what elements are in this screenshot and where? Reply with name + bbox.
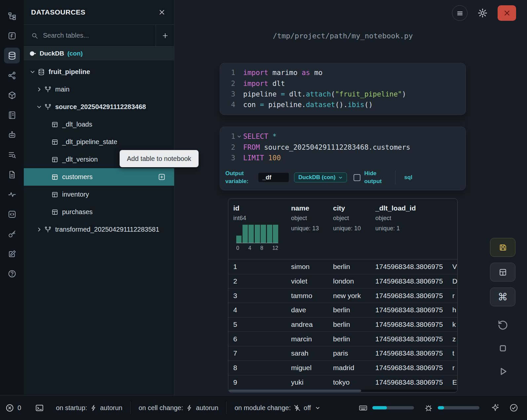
sql-code: 1SELECT *2FROM source_202504291112283468… (223, 131, 466, 163)
column-header-id: id int64 04812 (228, 199, 286, 259)
run-button[interactable] (494, 362, 512, 381)
on-startup-setting[interactable]: on startup: autorun (56, 404, 122, 412)
code-line: 4con = pipeline.dataset().ibis() (223, 99, 466, 110)
bolt-off-icon (294, 404, 301, 411)
table-row[interactable]: 4daveberlin1745968348.3806975h (228, 303, 457, 317)
undo-icon (497, 320, 508, 331)
table-row[interactable]: 2violetlondon1745968348.3806975D (228, 274, 457, 288)
table-row[interactable]: 6marcinberlin1745968348.3806975z (228, 331, 457, 346)
table-icon (51, 191, 58, 198)
table-icon (51, 138, 58, 146)
result-table-body: 1simonberlin1745968348.3806975V2violetlo… (228, 259, 457, 389)
hide-output-checkbox[interactable] (354, 174, 360, 181)
table-row[interactable]: 8miguelmadrid1745968348.3806975r (228, 361, 457, 375)
packages-icon[interactable] (4, 87, 20, 103)
layout-button[interactable] (490, 263, 515, 282)
error-circle-icon (5, 403, 14, 412)
output-variable-input[interactable]: _df (258, 173, 289, 182)
close-panel-button[interactable] (158, 9, 166, 16)
tree-item-inventory[interactable]: inventory (24, 186, 174, 203)
tree-item-dlt-loads[interactable]: _dlt_loads (24, 116, 174, 133)
scratchpad-icon[interactable] (4, 246, 20, 262)
divider (226, 401, 227, 414)
schema-icon (44, 103, 52, 111)
chevron-down-icon (338, 175, 343, 180)
connection-header[interactable]: DuckDB (con) (24, 47, 174, 60)
tree-item-purchases[interactable]: purchases (24, 203, 174, 221)
column-header-name: name object unique: 13 (286, 199, 328, 259)
logs-icon[interactable] (4, 147, 20, 163)
help-icon[interactable] (4, 266, 20, 282)
code-cell-python[interactable]: 1import marimo as mo2import dlt3pipeline… (220, 63, 466, 115)
code-line: 2FROM source_202504291112283468.customer… (223, 142, 466, 152)
tree-item-main[interactable]: main (24, 81, 174, 98)
on-cell-change-setting[interactable]: on cell change: autorun (138, 404, 218, 412)
notebook-icon[interactable] (4, 107, 20, 123)
assistant-icon[interactable] (4, 127, 20, 143)
table-row[interactable]: 3tammonew york1745968348.3806975r (228, 288, 457, 303)
connected-status-button[interactable] (509, 403, 518, 412)
file-tree-icon[interactable] (4, 8, 20, 24)
table-icon (51, 121, 58, 128)
check-circle-icon (509, 403, 518, 412)
terminal-icon (35, 403, 44, 412)
table-row[interactable]: 9yukitokyo1745968348.3806975E (228, 375, 457, 390)
sql-output-bar: Output variable: _df DuckDB (con) Hide o… (220, 168, 466, 190)
add-datasource-button[interactable] (156, 25, 174, 47)
add-table-to-notebook-button[interactable] (158, 173, 166, 181)
functions-icon[interactable] (4, 28, 20, 44)
code-line: 3LIMIT 100 (223, 153, 466, 163)
menu-button[interactable] (452, 5, 468, 21)
bug-icon (424, 403, 433, 412)
layout-icon (499, 268, 507, 277)
save-icon (499, 243, 507, 252)
engine-select[interactable]: DuckDB (con) (294, 172, 347, 182)
format-button[interactable] (491, 403, 500, 412)
column-header-city: city object unique: 10 (328, 199, 370, 259)
stop-button[interactable] (494, 339, 512, 358)
table-row[interactable]: 1simonberlin1745968348.3806975V (228, 259, 457, 274)
keyboard-slider[interactable] (372, 406, 414, 409)
code-line: 1SELECT * (223, 131, 466, 142)
hide-output-label: Hide output (364, 170, 389, 185)
panel-title: DATASOURCES (31, 8, 86, 16)
search-tables-input[interactable] (43, 32, 156, 39)
gear-icon (477, 8, 488, 18)
secrets-icon[interactable] (4, 226, 20, 242)
language-badge: sql (404, 174, 412, 181)
tree-item-transformed-schema[interactable]: transformed_202504291112283581 (24, 221, 174, 238)
duckdb-logo-icon (29, 50, 36, 57)
tree-item-dlt-pipeline-state[interactable]: _dlt_pipeline_state (24, 133, 174, 151)
table-icon (51, 209, 58, 216)
table-row[interactable]: 5andreaberlin1745968348.3806975k (228, 317, 457, 332)
window-controls (452, 5, 516, 21)
settings-button[interactable] (475, 5, 490, 21)
table-row[interactable]: 7sarahparis1745968348.3806975t (228, 346, 457, 361)
tracing-icon[interactable] (4, 186, 20, 202)
save-button[interactable] (490, 238, 515, 257)
dependencies-icon[interactable] (4, 67, 20, 83)
code-cell-sql[interactable]: 1SELECT *2FROM source_202504291112283468… (220, 127, 466, 190)
fold-chevron-icon (237, 134, 242, 139)
snippets-icon[interactable] (4, 206, 20, 222)
error-count-button[interactable]: 0 (5, 403, 21, 412)
table-hscrollbar[interactable] (229, 390, 457, 392)
tree-item-fruit-pipeline[interactable]: fruit_pipeline (24, 63, 174, 81)
debug-slider[interactable] (438, 406, 479, 409)
column-header-dlt-load-id: _dlt_load_id object unique: 1 (370, 199, 448, 259)
close-app-button[interactable] (498, 5, 516, 21)
id-histogram-ticks: 04812 (236, 245, 278, 251)
column-header-truncated (448, 199, 458, 259)
undo-button[interactable] (494, 316, 512, 334)
datasources-panel: DATASOURCES DuckDB (con) fruit_pipeline … (24, 0, 174, 395)
tree-item-customers[interactable]: customers (24, 168, 174, 186)
terminal-button[interactable] (35, 403, 44, 412)
shortcuts-button[interactable]: ⌘ (490, 287, 515, 306)
datasources-icon[interactable] (4, 48, 20, 63)
sparkle-icon (491, 403, 500, 412)
tree-item-source-schema[interactable]: source_202504291112283468 (24, 98, 174, 116)
code-line: 2import dlt (223, 78, 466, 89)
documentation-icon[interactable] (4, 167, 20, 182)
code-line: 3pipeline = dlt.attach("fruit_pipeline") (223, 89, 466, 99)
on-module-change-setting[interactable]: on module change: off (235, 404, 320, 412)
